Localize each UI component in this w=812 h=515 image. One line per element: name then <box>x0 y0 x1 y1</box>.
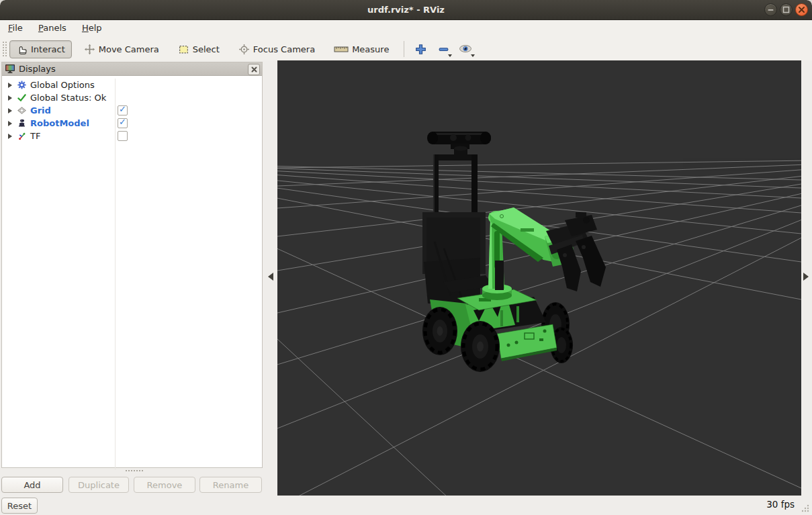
close-button[interactable] <box>795 3 808 16</box>
selection-box-icon <box>178 44 189 55</box>
titlebar[interactable]: urdf.rviz* - RViz <box>0 0 812 20</box>
remove-tool-button[interactable] <box>434 40 453 58</box>
eye-icon <box>458 43 474 55</box>
fps-counter: 30 fps <box>766 499 795 510</box>
gear-icon <box>16 80 27 91</box>
displays-panel-title: Displays <box>19 64 56 74</box>
minimize-icon <box>765 4 776 15</box>
tool-visibility-dropdown-caret[interactable] <box>471 54 475 57</box>
robot-wheel-rear-left <box>422 307 457 355</box>
robot-icon <box>16 118 27 129</box>
panel-splitter-handle[interactable] <box>125 469 144 472</box>
tool-interact[interactable]: Interact <box>9 40 72 58</box>
displays-panel-header[interactable]: Displays <box>2 62 262 76</box>
toolbar: Interact Move Camera Select <box>0 38 812 60</box>
robot-model <box>422 132 606 372</box>
monitor-icon <box>5 64 15 74</box>
rviz-window: urdf.rviz* - RViz File Panels Help <box>0 0 812 515</box>
row-label: Grid <box>30 105 51 115</box>
menu-help[interactable]: Help <box>76 20 108 35</box>
displays-tree: Global Options Global Status: Ok <box>2 79 262 470</box>
expand-triangle-icon[interactable] <box>8 108 12 113</box>
status-ok-check-icon <box>16 93 27 103</box>
robotmodel-checkbox[interactable] <box>118 118 128 128</box>
tool-focus-camera[interactable]: Focus Camera <box>232 40 322 58</box>
minus-icon <box>437 43 450 56</box>
row-label: TF <box>30 131 40 141</box>
tree-row-global-options[interactable]: Global Options <box>2 79 262 91</box>
grid-icon <box>16 105 27 116</box>
maximize-button[interactable] <box>780 3 793 16</box>
tree-row-grid[interactable]: Grid <box>2 104 262 117</box>
tf-checkbox[interactable] <box>118 131 128 141</box>
collapse-left-panel-arrow[interactable] <box>268 273 273 281</box>
toolbar-grip[interactable] <box>2 41 7 57</box>
row-label: RobotModel <box>30 118 89 128</box>
displays-panel-close-button[interactable] <box>248 64 260 75</box>
expand-triangle-icon[interactable] <box>8 121 12 126</box>
minimize-button[interactable] <box>764 3 777 16</box>
add-display-button[interactable]: Add <box>1 477 63 493</box>
focus-crosshair-icon <box>238 44 250 55</box>
robot-mast-and-camera <box>422 132 494 306</box>
reset-button[interactable]: Reset <box>1 498 38 514</box>
duplicate-display-button[interactable]: Duplicate <box>69 477 129 493</box>
remove-display-button[interactable]: Remove <box>134 477 195 493</box>
tool-focus-camera-label: Focus Camera <box>253 44 315 54</box>
tool-visibility-button[interactable] <box>457 40 476 58</box>
window-resize-grip[interactable] <box>799 502 810 513</box>
tool-measure-label: Measure <box>352 44 389 54</box>
plus-icon <box>414 43 427 56</box>
expand-right-panel-arrow[interactable] <box>803 273 809 281</box>
expand-triangle-icon[interactable] <box>8 83 12 88</box>
expand-triangle-icon[interactable] <box>8 134 12 139</box>
displays-panel: Displays <box>1 62 263 468</box>
tool-move-camera[interactable]: Move Camera <box>77 40 166 58</box>
remove-tool-dropdown-caret[interactable] <box>448 54 452 57</box>
tool-interact-label: Interact <box>31 44 65 54</box>
add-tool-button[interactable] <box>411 40 430 58</box>
render-viewport[interactable] <box>277 60 801 496</box>
hand-icon <box>16 44 28 55</box>
tool-move-camera-label: Move Camera <box>99 44 159 54</box>
tree-row-tf[interactable]: TF <box>2 130 262 142</box>
row-label: Global Status: Ok <box>30 93 106 103</box>
tool-select-label: Select <box>193 44 220 54</box>
tool-select[interactable]: Select <box>171 40 226 58</box>
toolbar-separator <box>404 41 404 57</box>
maximize-icon <box>780 4 792 15</box>
tree-row-global-status[interactable]: Global Status: Ok <box>2 91 262 104</box>
grid-checkbox[interactable] <box>118 105 128 115</box>
expand-triangle-icon[interactable] <box>8 95 12 101</box>
window-title: urdf.rviz* - RViz <box>0 0 812 20</box>
menu-panels[interactable]: Panels <box>32 20 73 35</box>
render-canvas[interactable] <box>277 60 801 496</box>
menubar: File Panels Help <box>0 20 812 38</box>
tf-axes-icon <box>16 131 27 142</box>
tree-row-robotmodel[interactable]: RobotModel <box>2 117 262 130</box>
tool-measure[interactable]: Measure <box>327 41 396 58</box>
menu-file[interactable]: File <box>2 20 29 35</box>
ruler-icon <box>334 44 349 54</box>
robot-gripper <box>546 212 606 291</box>
rename-display-button[interactable]: Rename <box>199 477 262 493</box>
row-label: Global Options <box>30 80 95 90</box>
panel-close-icon <box>251 66 257 73</box>
close-icon <box>796 4 807 15</box>
move-arrows-icon <box>84 44 95 55</box>
robot-wheel-front-left <box>461 321 500 372</box>
